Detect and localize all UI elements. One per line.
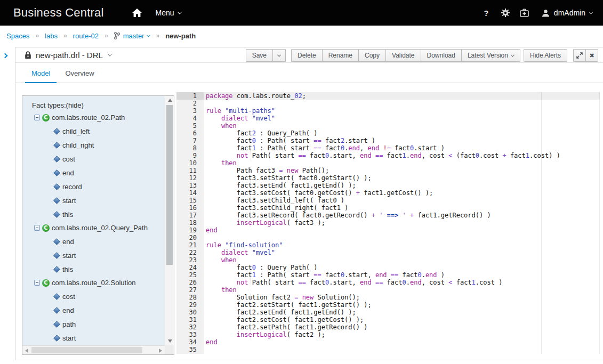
code-line[interactable]: fact3.setRecord( fact0.getRecord() + ' =… xyxy=(204,212,600,219)
code-line[interactable]: fact3.setStart( fact0.getStart() ); xyxy=(204,174,600,182)
code-line[interactable]: when xyxy=(204,122,600,130)
fact-types-header[interactable]: Fact types:(hide) xyxy=(32,101,165,109)
vertical-scrollbar[interactable] xyxy=(165,96,174,345)
code-line[interactable] xyxy=(204,100,600,107)
code-line[interactable]: Solution fact2 = new Solution(); xyxy=(204,294,600,301)
fact-field-row[interactable]: path xyxy=(22,317,165,331)
copy-button[interactable]: Copy xyxy=(358,49,386,62)
admin-tools-button[interactable] xyxy=(515,0,534,26)
settings-button[interactable] xyxy=(496,0,515,26)
code-line[interactable]: Path fact3 = new Path(); xyxy=(204,167,600,174)
fact-field-row[interactable]: record xyxy=(22,180,165,193)
code-line[interactable]: fact2 : Query_Path( ) xyxy=(204,130,600,137)
code-line[interactable]: then xyxy=(204,159,600,167)
fact-field-row[interactable]: start xyxy=(22,248,165,262)
code-line[interactable]: when xyxy=(204,256,600,264)
breadcrumb-spaces[interactable]: Spaces xyxy=(6,32,29,40)
code-line[interactable]: fact0 : Path( start == fact2.start ) xyxy=(204,137,600,144)
code-line[interactable]: then xyxy=(204,286,600,294)
collapse-expander-icon[interactable] xyxy=(34,225,40,231)
code-line[interactable] xyxy=(204,346,600,353)
fact-field-row[interactable]: start xyxy=(22,331,165,345)
code-line[interactable]: insertLogical( fact3 ); xyxy=(204,219,600,227)
code-line[interactable]: fact3.setEnd( fact1.getEnd() ); xyxy=(204,182,600,189)
scroll-up-arrow-icon[interactable] xyxy=(168,99,172,102)
chevron-down-icon xyxy=(511,53,514,56)
breadcrumb-labs[interactable]: labs xyxy=(45,32,58,40)
code-lines[interactable]: package com.labs.route_02;rule "multi-pa… xyxy=(204,92,600,354)
home-button[interactable] xyxy=(128,0,146,26)
fact-field-row[interactable]: child_left xyxy=(22,124,165,138)
code-line[interactable]: fact1 : Path( start == fact0.start, end … xyxy=(204,271,600,279)
code-line[interactable]: package com.labs.route_02; xyxy=(204,92,600,100)
fact-field-row[interactable]: end xyxy=(22,234,165,248)
user-menu[interactable]: dmAdmin xyxy=(542,9,592,17)
code-line[interactable]: fact0 : Query_Path( ) xyxy=(204,264,600,271)
field-diamond-icon xyxy=(53,142,60,149)
expand-docked-panel-chevron[interactable] xyxy=(3,50,7,60)
fact-field-row[interactable]: child_right xyxy=(22,138,165,152)
code-line[interactable]: dialect "mvel" xyxy=(204,115,600,122)
code-line[interactable]: end xyxy=(204,338,600,346)
expand-icon xyxy=(576,52,583,59)
close-button[interactable]: ✖ xyxy=(585,49,598,62)
code-line[interactable] xyxy=(204,234,600,241)
download-button[interactable]: Download xyxy=(421,49,462,62)
line-number: 25 xyxy=(176,271,204,279)
fact-field-row[interactable]: cost xyxy=(22,289,165,303)
breadcrumb-route-02[interactable]: route-02 xyxy=(73,32,99,40)
rename-button[interactable]: Rename xyxy=(322,49,359,62)
horizontal-scrollbar[interactable] xyxy=(22,345,165,354)
code-line[interactable]: fact2.setCost( fact1.getCost() ); xyxy=(204,316,600,323)
code-line[interactable]: fact3.setChild_right( fact1 ) xyxy=(204,204,600,212)
fact-field-name: this xyxy=(62,265,73,273)
scroll-right-arrow-icon[interactable] xyxy=(159,349,162,353)
code-line[interactable]: fact2.setStart( fact1.getStart() ); xyxy=(204,301,600,309)
line-number: 33 xyxy=(176,331,204,338)
code-line[interactable]: dialect "mvel" xyxy=(204,249,600,256)
drl-code-editor[interactable]: 1234567891011121314151617181920212223242… xyxy=(176,92,600,354)
line-number: 10 xyxy=(176,159,204,167)
fact-field-row[interactable]: this xyxy=(22,207,165,221)
horizontal-scrollbar-thumb[interactable] xyxy=(31,347,142,353)
scroll-down-arrow-icon[interactable] xyxy=(168,339,172,343)
scroll-left-arrow-icon[interactable] xyxy=(25,349,28,353)
code-line[interactable]: fact1 : Path( start == fact0.end, end !=… xyxy=(204,144,600,152)
tab-model[interactable]: Model xyxy=(24,64,58,83)
fact-field-row[interactable]: end xyxy=(22,303,165,317)
fact-class-row[interactable]: Ccom.labs.route_02.Path xyxy=(22,111,165,124)
code-line[interactable]: fact3.setCost( fact0.getCost() + fact1.g… xyxy=(204,189,600,197)
latest-version-dropdown[interactable]: Latest Version xyxy=(461,49,520,62)
vertical-scrollbar-thumb[interactable] xyxy=(166,105,173,265)
fact-field-row[interactable]: end xyxy=(22,166,165,180)
validate-button[interactable]: Validate xyxy=(385,49,421,62)
delete-button[interactable]: Delete xyxy=(291,49,323,62)
save-options-button[interactable] xyxy=(272,49,286,62)
code-line[interactable]: fact2.setPath( fact1.getRecord() ) xyxy=(204,323,600,331)
code-line[interactable]: fact3.setChild_left( fact0 ) xyxy=(204,197,600,204)
collapse-expander-icon[interactable] xyxy=(34,115,40,120)
code-line[interactable]: end xyxy=(204,227,600,234)
fact-field-row[interactable]: cost xyxy=(22,152,165,166)
tab-overview[interactable]: Overview xyxy=(58,64,101,83)
code-line[interactable]: not Path( start == fact0.start, end == f… xyxy=(204,279,600,286)
code-line[interactable]: rule "find-solution" xyxy=(204,241,600,249)
asset-title-dropdown[interactable]: new-path.drl - DRL xyxy=(25,51,111,60)
code-line[interactable]: not Path( start == fact0.start, end == f… xyxy=(204,152,600,159)
help-button[interactable]: ? xyxy=(477,0,496,26)
fact-class-row[interactable]: Ccom.labs.route_02.Solution xyxy=(22,276,165,289)
code-line[interactable]: insertLogical( fact2 ); xyxy=(204,331,600,338)
maximize-button[interactable] xyxy=(573,49,586,62)
menu-dropdown[interactable]: Menu xyxy=(156,9,181,17)
fact-class-name: com.labs.route_02.Path xyxy=(52,114,125,122)
fact-class-row[interactable]: Ccom.labs.route_02.Query_Path xyxy=(22,221,165,234)
fact-field-row[interactable]: this xyxy=(22,262,165,276)
branch-selector[interactable]: master xyxy=(114,32,150,40)
code-line[interactable]: rule "multi-paths" xyxy=(204,107,600,115)
code-line[interactable]: fact2.setEnd( fact1.getEnd() ); xyxy=(204,309,600,316)
asset-title-text: new-path.drl - DRL xyxy=(36,51,103,60)
save-button[interactable]: Save xyxy=(246,49,273,62)
hide-alerts-button[interactable]: Hide Alerts xyxy=(524,49,567,62)
collapse-expander-icon[interactable] xyxy=(34,280,40,286)
fact-field-row[interactable]: start xyxy=(22,193,165,207)
